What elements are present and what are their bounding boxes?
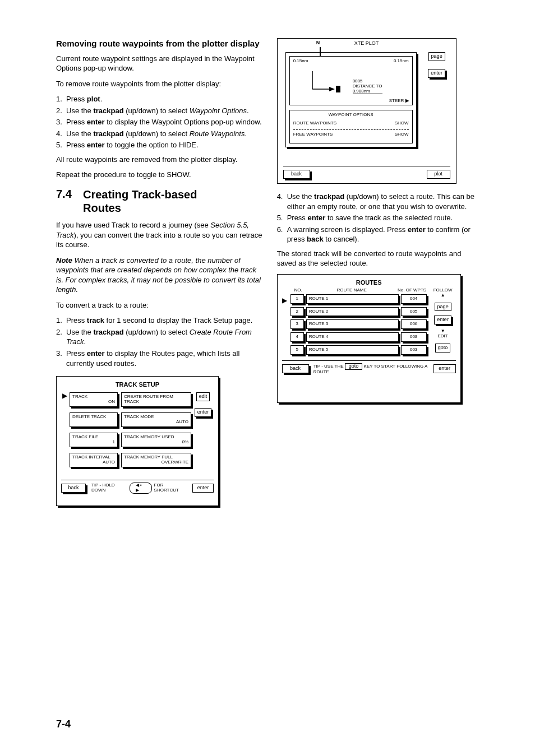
plot-key[interactable]: plot [427,170,450,179]
plotter-panel: XTE PLOT N 0.15nm 0.15nm 0005 [277,38,456,184]
para: All route waypoints are removed from the… [56,155,264,165]
step: 5.Press enter to toggle the option to HI… [56,140,264,150]
table-row[interactable]: 5ROUTE 5003 [290,345,427,355]
step: 1.Press plot. [56,94,264,104]
enter-key[interactable]: enter [434,316,451,324]
enter-key[interactable]: enter [192,484,214,493]
enter-key[interactable]: enter [195,408,212,417]
pointer-icon: ▶ [62,392,67,400]
page-number: 7-4 [56,718,71,730]
table-row[interactable]: 1ROUTE 1004 [290,294,427,304]
back-key[interactable]: back [283,170,310,179]
step: 3.Press enter to display the Routes page… [56,349,264,368]
back-key[interactable]: back [61,484,86,493]
cell[interactable]: TRACK INTERVALAUTO [70,453,118,467]
enter-key[interactable]: enter [428,69,445,78]
north-label: N [316,40,320,46]
para: To convert a track to a route: [56,300,264,310]
note: Note When a track is converted to a rout… [56,256,264,295]
dashed-divider [293,129,409,130]
pointer-icon: ▶ [282,297,287,304]
plotter-view: 0.15nm 0.15nm 0005 DISTANCE TO 0.988nm [289,56,413,105]
panel-title: TRACK SETUP [61,381,214,388]
step: 3.Press enter to display the Waypoint Op… [56,117,264,127]
routes-panel: ROUTES ▶ NO. ROUTE NAME No. OF WPTS 1ROU… [277,274,461,403]
plotter-main: N 0.15nm 0.15nm 0005 DISTANCE TO [285,52,417,147]
panel-title: XTE PLOT [278,41,456,47]
para: If you have used Track to record a journ… [56,220,264,250]
enter-key[interactable]: enter [433,364,456,373]
step: 2.Use the trackpad (up/down) to select W… [56,106,264,116]
table-row[interactable]: 3ROUTE 3006 [290,319,427,329]
cell[interactable]: TRACK MEMORY USED0% [121,433,191,447]
page-key[interactable]: page [435,303,451,312]
svg-marker-2 [329,87,335,91]
table-row[interactable]: 4ROUTE 4008 [290,332,427,342]
section-heading: 7.4 Creating Track-basedRoutes [56,188,264,215]
cell[interactable]: CREATE ROUTE FROM TRACK [121,392,191,407]
table-row[interactable]: 2ROUTE 2005 [290,307,427,317]
boat-icon [307,67,346,98]
cell[interactable]: TRACK MODEAUTO [121,412,191,427]
step: 4.Use the trackpad (up/down) to select a… [277,192,479,211]
cell[interactable]: TRACK MEMORY FULLOVERWRITE [121,453,191,467]
step: 4.Use the trackpad (up/down) to select R… [56,129,264,139]
svg-rect-3 [336,86,340,92]
para: To remove route waypoints from the plott… [56,79,264,89]
cell[interactable]: TRACK FILE1 [70,433,118,447]
subheading-remove-waypoints: Removing route waypoints from the plotte… [56,38,264,49]
para: Repeat the procedure to toggle to SHOW. [56,170,264,180]
panel-title: ROUTES [282,279,456,286]
waypoint-options-popup: WAYPOINT OPTIONS ROUTE WAYPOINTS SHOW FR… [289,110,413,143]
cell[interactable]: DELETE TRACK [70,412,118,427]
para: Current route waypoint settings are disp… [56,54,264,73]
north-line-icon [320,47,321,56]
step: 2.Use the trackpad (up/down) to select C… [56,327,264,347]
cell[interactable]: TRACKON [70,392,118,407]
edit-key[interactable]: edit [196,392,210,401]
track-setup-panel: TRACK SETUP ▶ TRACKON CREATE ROUTE FROM … [56,376,219,506]
para: The stored track will be converted to ro… [277,249,479,268]
trackpad-icon: ◀ ▪ ▶ [130,483,152,494]
step: 5.Press enter to save the track as the s… [277,213,479,223]
page-key[interactable]: page [428,52,445,61]
back-key[interactable]: back [282,364,309,373]
goto-key[interactable]: goto [435,344,451,353]
step: 1.Press track for 1 second to display th… [56,316,264,326]
step: 6.A warning screen is displayed. Press e… [277,225,479,244]
